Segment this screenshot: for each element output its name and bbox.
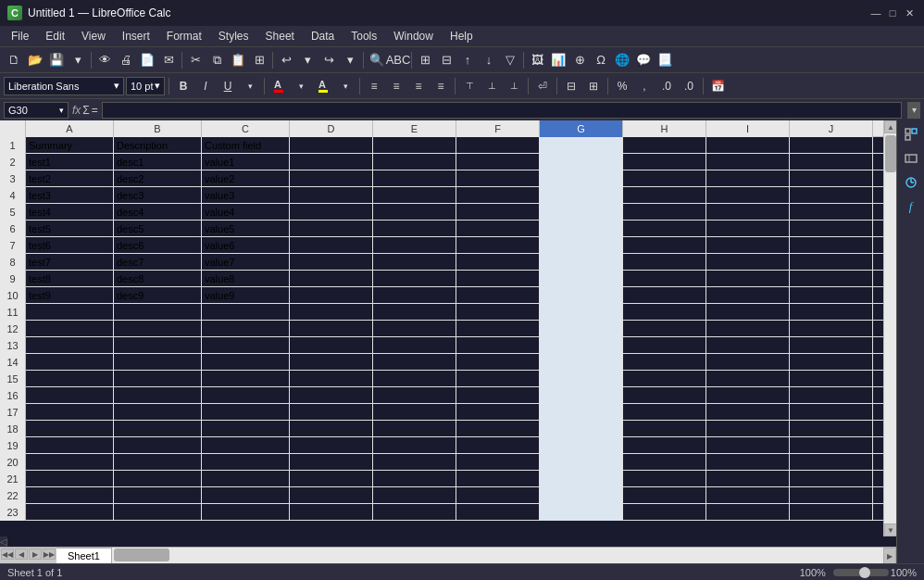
cell-d7[interactable] <box>290 237 373 254</box>
cell-f12[interactable] <box>456 321 540 337</box>
decimal-inc-button[interactable]: .0 <box>656 77 677 95</box>
cell-b23[interactable] <box>114 504 202 521</box>
font-size-box[interactable]: 10 pt ▾ <box>126 77 165 95</box>
cell-i1[interactable] <box>706 137 790 154</box>
cell-h4[interactable] <box>623 187 706 204</box>
cell-j22[interactable] <box>790 487 873 504</box>
cell-f21[interactable] <box>456 471 540 487</box>
cell-c8[interactable]: value7 <box>202 254 290 271</box>
cell-g9[interactable] <box>540 271 623 287</box>
cell-d15[interactable] <box>290 371 373 387</box>
cell-f16[interactable] <box>456 387 540 404</box>
cell-g21[interactable] <box>540 471 623 487</box>
cell-g23[interactable] <box>540 504 623 521</box>
cell-f11[interactable] <box>456 304 540 321</box>
cell-i14[interactable] <box>706 354 790 371</box>
cell-g20[interactable] <box>540 454 623 471</box>
cell-i9[interactable] <box>706 271 790 287</box>
cell-j4[interactable] <box>790 187 873 204</box>
find-button[interactable]: 🔍 <box>367 50 387 70</box>
cell-i10[interactable] <box>706 287 790 304</box>
col-header-j[interactable]: J <box>790 120 873 137</box>
cell-e13[interactable] <box>373 337 456 354</box>
cell-g10[interactable] <box>540 287 623 304</box>
col-header-c[interactable]: C <box>202 120 290 137</box>
cell-j9[interactable] <box>790 271 873 287</box>
cell-h12[interactable] <box>623 321 706 337</box>
cell-i2[interactable] <box>706 154 790 170</box>
cell-i20[interactable] <box>706 454 790 471</box>
sheet-tab-1[interactable]: Sheet1 <box>56 548 112 563</box>
cell-e18[interactable] <box>373 421 456 437</box>
cell-f8[interactable] <box>456 254 540 271</box>
export-button[interactable]: 📄 <box>137 50 157 70</box>
cell-e17[interactable] <box>373 404 456 421</box>
scroll-track-vertical[interactable] <box>884 133 896 523</box>
cell-d1[interactable] <box>290 137 373 154</box>
cell-e1[interactable] <box>373 137 456 154</box>
cell-b6[interactable]: desc5 <box>114 221 202 237</box>
cell-a8[interactable]: test7 <box>26 254 114 271</box>
cell-g18[interactable] <box>540 421 623 437</box>
col-header-g[interactable]: G <box>540 120 623 137</box>
cell-g12[interactable] <box>540 321 623 337</box>
cell-d23[interactable] <box>290 504 373 521</box>
row-num-12[interactable]: 12 <box>0 321 26 337</box>
cell-a2[interactable]: test1 <box>26 154 114 170</box>
sidebar-functions-icon[interactable]: f <box>901 196 921 217</box>
cell-h19[interactable] <box>623 437 706 454</box>
cell-i15[interactable] <box>706 371 790 387</box>
cell-ref-box[interactable]: G30 ▾ <box>4 102 69 119</box>
cell-g22[interactable] <box>540 487 623 504</box>
maximize-button[interactable]: □ <box>885 6 900 20</box>
cell-i6[interactable] <box>706 221 790 237</box>
close-button[interactable]: ✕ <box>902 6 917 20</box>
h-scroll-right-button[interactable]: ▶ <box>883 548 896 563</box>
row-num-1[interactable]: 1 <box>0 137 26 154</box>
cell-h7[interactable] <box>623 237 706 254</box>
border-button[interactable]: ⊞ <box>583 77 604 95</box>
cell-h3[interactable] <box>623 170 706 187</box>
print-button[interactable]: 🖨 <box>116 50 136 70</box>
menu-insert[interactable]: Insert <box>115 28 157 44</box>
cell-e12[interactable] <box>373 321 456 337</box>
merge-button[interactable]: ⊟ <box>561 77 581 95</box>
cell-b19[interactable] <box>114 437 202 454</box>
row-num-3[interactable]: 3 <box>0 170 26 187</box>
cell-c20[interactable] <box>202 454 290 471</box>
cell-a5[interactable]: test4 <box>26 204 114 221</box>
valign-mid-button[interactable]: ⊥ <box>481 77 502 95</box>
clone-button[interactable]: ⊞ <box>249 50 269 70</box>
cell-d3[interactable] <box>290 170 373 187</box>
cell-d4[interactable] <box>290 187 373 204</box>
cell-f23[interactable] <box>456 504 540 521</box>
cell-g11[interactable] <box>540 304 623 321</box>
col-header-i[interactable]: I <box>706 120 790 137</box>
cell-g6[interactable] <box>540 221 623 237</box>
cell-e20[interactable] <box>373 454 456 471</box>
cell-h23[interactable] <box>623 504 706 521</box>
valign-bot-button[interactable]: ⊥ <box>504 77 524 95</box>
cell-e19[interactable] <box>373 437 456 454</box>
cell-i19[interactable] <box>706 437 790 454</box>
cell-g16[interactable] <box>540 387 623 404</box>
row-num-10[interactable]: 10 <box>0 287 26 304</box>
font-color-dropdown[interactable]: ▾ <box>291 77 311 95</box>
cell-c19[interactable] <box>202 437 290 454</box>
cell-e5[interactable] <box>373 204 456 221</box>
cell-h13[interactable] <box>623 337 706 354</box>
cell-f2[interactable] <box>456 154 540 170</box>
cell-d13[interactable] <box>290 337 373 354</box>
cell-j15[interactable] <box>790 371 873 387</box>
cell-c3[interactable]: value2 <box>202 170 290 187</box>
cell-d16[interactable] <box>290 387 373 404</box>
cell-a1[interactable]: Summary <box>26 137 114 154</box>
cell-a3[interactable]: test2 <box>26 170 114 187</box>
cell-g2[interactable] <box>540 154 623 170</box>
cell-c18[interactable] <box>202 421 290 437</box>
cell-h1[interactable] <box>623 137 706 154</box>
undo-dropdown[interactable]: ▾ <box>297 50 318 70</box>
cell-g13[interactable] <box>540 337 623 354</box>
row-num-22[interactable]: 22 <box>0 487 26 504</box>
cell-g19[interactable] <box>540 437 623 454</box>
